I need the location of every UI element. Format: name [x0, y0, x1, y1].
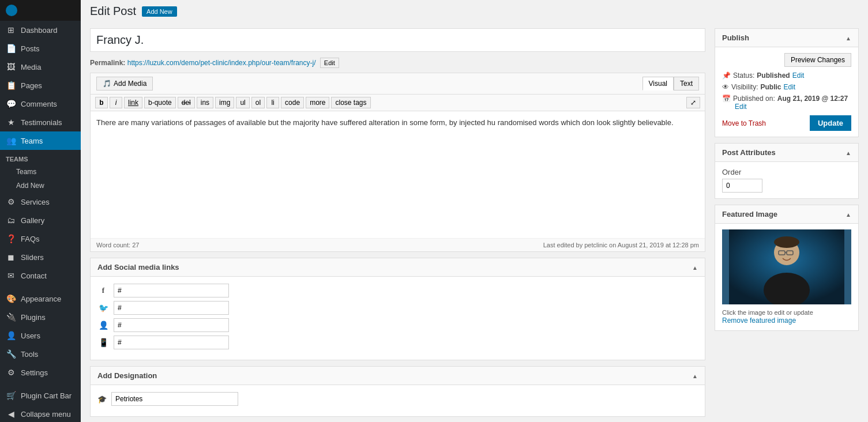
designation-box: Add Designation 🎓 [90, 366, 705, 417]
plugin-cart-icon: 🛒 [6, 391, 16, 400]
facebook-input[interactable] [114, 284, 229, 297]
dashboard-icon: ⊞ [6, 25, 16, 35]
format-link[interactable]: link [124, 97, 142, 108]
tab-visual[interactable]: Visual [642, 77, 674, 91]
sidebar-item-services[interactable]: ⚙ Services [0, 193, 81, 211]
remove-featured-image-link[interactable]: Remove featured image [722, 316, 796, 325]
publish-panel-header[interactable]: Publish [715, 29, 858, 47]
format-fullscreen[interactable]: ⤢ [686, 97, 700, 108]
format-close-tags[interactable]: close tags [331, 97, 370, 108]
order-input[interactable] [722, 179, 762, 193]
sidebar-item-pages[interactable]: 📋 Pages [0, 76, 81, 95]
designation-header[interactable]: Add Designation [91, 367, 705, 385]
format-bold[interactable]: b [95, 97, 108, 108]
featured-image-toggle-icon [846, 210, 851, 218]
sidebar-label-sliders: Sliders [21, 253, 44, 262]
format-more[interactable]: more [306, 97, 329, 108]
sidebar-label-services: Services [21, 198, 50, 206]
tab-text[interactable]: Text [674, 77, 699, 91]
editor-footer: Word count: 27 Last edited by petclinic … [91, 238, 705, 251]
sidebar: ⊞ Dashboard 📄 Posts 🖼 Media 📋 Pages 💬 Co… [0, 0, 81, 422]
format-italic[interactable]: i [110, 97, 122, 108]
phone-input[interactable] [114, 336, 229, 349]
status-edit-link[interactable]: Edit [792, 71, 805, 80]
designation-content: 🎓 [91, 385, 705, 416]
format-code[interactable]: code [281, 97, 304, 108]
sidebar-sub-add-new[interactable]: Add New [0, 179, 81, 193]
sidebar-item-plugin-cart-bar[interactable]: 🛒 Plugin Cart Bar [0, 386, 81, 405]
format-ins[interactable]: ins [197, 97, 213, 108]
format-ol[interactable]: ol [251, 97, 265, 108]
twitter-input[interactable] [114, 301, 229, 315]
sidebar-label-comments: Comments [21, 100, 57, 108]
sidebar-item-sliders[interactable]: ◼ Sliders [0, 248, 81, 266]
services-icon: ⚙ [6, 197, 16, 206]
editor-content[interactable]: There are many variations of passages of… [91, 111, 705, 238]
designation-row: 🎓 [97, 392, 698, 406]
designation-input[interactable] [111, 392, 238, 406]
publish-panel-content: Preview Changes 📌 Status: Published Edit… [715, 47, 858, 137]
social-links-header[interactable]: Add Social media links [91, 258, 705, 277]
visibility-edit-link[interactable]: Edit [783, 83, 795, 91]
sidebar-item-users[interactable]: 👤 Users [0, 326, 81, 345]
post-title-input[interactable] [96, 33, 699, 47]
sidebar-item-dashboard[interactable]: ⊞ Dashboard [0, 21, 81, 39]
post-attributes-toggle-icon [846, 148, 851, 157]
featured-image-header[interactable]: Featured Image [715, 205, 858, 224]
format-img[interactable]: img [215, 97, 234, 108]
post-attributes-content: Order [715, 162, 858, 198]
add-media-button[interactable]: 🎵 Add Media [96, 77, 153, 91]
pin-icon: 📌 [722, 71, 731, 80]
sidebar-item-faqs[interactable]: ❓ FAQs [0, 229, 81, 248]
collapse-icon: ◀ [6, 409, 16, 419]
editor-area: Permalink: https://luzuk.com/demo/pet-cl… [90, 28, 705, 422]
sidebar-item-teams[interactable]: 👥 Teams [0, 131, 81, 150]
sidebar-item-gallery[interactable]: 🗂 Gallery [0, 211, 81, 229]
status-value: Published [757, 71, 790, 80]
format-li[interactable]: li [266, 97, 279, 108]
sidebar-item-tools[interactable]: 🔧 Tools [0, 345, 81, 363]
sidebar-label-appearance: Appearance [21, 295, 61, 303]
main-content: Edit Post Add New Permalink: https://luz… [81, 0, 868, 422]
post-attributes-title: Post Attributes [722, 148, 776, 157]
sidebar-item-settings[interactable]: ⚙ Settings [0, 363, 81, 382]
permalink-edit-button[interactable]: Edit [320, 58, 339, 68]
featured-image-content: Click the image to edit or update Remove… [715, 224, 858, 330]
profile-input[interactable] [114, 318, 229, 332]
permalink-url[interactable]: https://luzuk.com/demo/pet-clinic/index.… [127, 59, 316, 67]
post-attributes-header[interactable]: Post Attributes [715, 144, 858, 162]
preview-changes-button[interactable]: Preview Changes [784, 53, 851, 67]
editor-format-toolbar: b i link b-quote del ins img ul ol li co… [91, 95, 705, 111]
sidebar-item-collapse-menu[interactable]: ◀ Collapse menu [0, 405, 81, 422]
sidebar-item-posts[interactable]: 📄 Posts [0, 39, 81, 58]
publish-panel-toggle-icon [846, 33, 851, 42]
format-del[interactable]: del [178, 97, 195, 108]
svg-point-2 [774, 236, 799, 248]
sidebar-label-contact: Contact [21, 272, 47, 280]
sidebar-item-comments[interactable]: 💬 Comments [0, 95, 81, 113]
update-button[interactable]: Update [810, 115, 851, 131]
sidebar-item-appearance[interactable]: 🎨 Appearance [0, 289, 81, 308]
comments-icon: 💬 [6, 99, 16, 108]
featured-image-caption: Click the image to edit or update [722, 309, 851, 316]
settings-icon: ⚙ [6, 368, 16, 377]
social-row-profile: 👤 [97, 318, 698, 332]
sidebar-sub-teams[interactable]: Teams [0, 165, 81, 179]
faqs-icon: ❓ [6, 234, 16, 243]
social-links-content: f 🐦 👤 📱 [91, 277, 705, 360]
sidebar-label-collapse-menu: Collapse menu [21, 410, 71, 419]
move-to-trash-link[interactable]: Move to Trash [722, 119, 766, 127]
format-bquote[interactable]: b-quote [144, 97, 176, 108]
format-ul[interactable]: ul [236, 97, 249, 108]
tools-icon: 🔧 [6, 349, 16, 359]
add-new-button[interactable]: Add New [142, 6, 177, 17]
published-on-edit-link[interactable]: Edit [735, 103, 851, 111]
last-edited: Last edited by petclinic on August 21, 2… [543, 242, 699, 248]
teams-icon: 👥 [6, 136, 16, 145]
sidebar-item-testimonials[interactable]: ★ Testimonials [0, 113, 81, 131]
sidebar-item-contact[interactable]: ✉ Contact [0, 266, 81, 285]
sidebar-item-plugins[interactable]: 🔌 Plugins [0, 308, 81, 326]
featured-image[interactable] [722, 229, 851, 304]
posts-icon: 📄 [6, 44, 16, 53]
sidebar-item-media[interactable]: 🖼 Media [0, 58, 81, 76]
